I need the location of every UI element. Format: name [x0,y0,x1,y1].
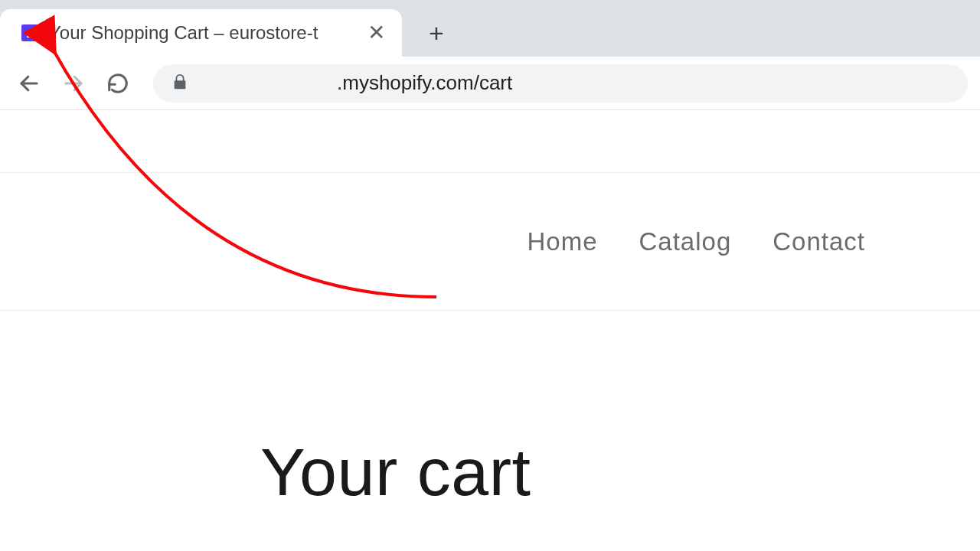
page-top-spacer [0,110,980,173]
tab-title: Your Shopping Cart – eurostore-t [49,22,354,44]
browser-toolbar: .myshopify.com/cart [0,57,980,110]
reload-button[interactable] [101,67,135,100]
address-bar[interactable]: .myshopify.com/cart [153,64,968,103]
new-tab-button[interactable]: + [417,14,456,52]
back-button[interactable] [12,67,46,100]
nav-link-catalog[interactable]: Catalog [639,227,732,256]
url-text: .myshopify.com/cart [337,71,512,95]
cart-heading-section: Your cart [0,311,980,511]
favicon-badge-icon: 2 [21,24,38,41]
nav-link-home[interactable]: Home [527,227,597,256]
nav-link-contact[interactable]: Contact [773,227,865,256]
page-title: Your cart [260,433,980,511]
site-nav: Home Catalog Contact [0,173,980,311]
browser-tab[interactable]: 2 Your Shopping Cart – eurostore-t ✕ [0,9,402,57]
lock-icon [172,73,188,93]
close-tab-icon[interactable]: ✕ [364,22,388,44]
browser-tab-strip: 2 Your Shopping Cart – eurostore-t ✕ + [0,0,980,57]
forward-button[interactable] [57,67,90,100]
